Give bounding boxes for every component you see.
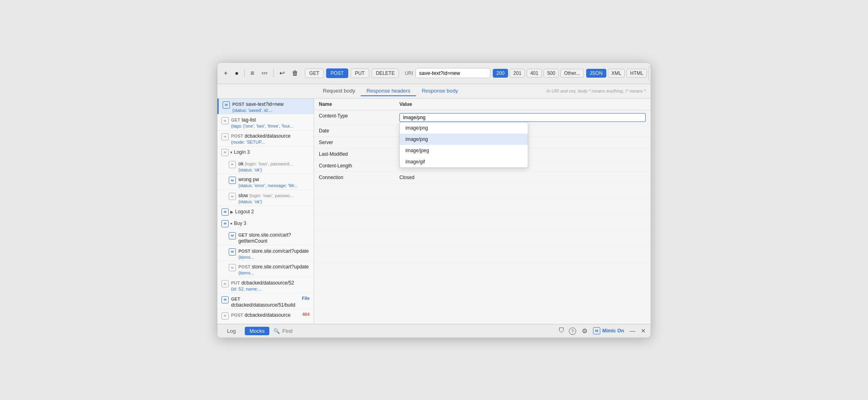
dropdown-item-selected[interactable]: image/png [400,134,528,145]
undo-button[interactable]: ↩ [278,68,286,78]
no-match-icon: N [221,133,229,140]
table-row-empty [314,247,651,264]
list-item[interactable]: M wrong pw {status: 'error', message: 'W… [217,174,314,190]
header-value-cell: image/png image/png image/jpeg image/gif [395,110,651,125]
list-item[interactable]: M GET dcbacked/datasource/51/build File [217,293,314,309]
uri-input[interactable] [415,68,490,78]
help-button[interactable]: ? [569,327,576,335]
col-name-header: Name [314,99,395,110]
hint-text: In URI and req. body * means anything, \… [547,89,646,93]
request-text: POST dcbacked/datasource {mode: 'SETUP..… [231,133,310,145]
format-json-button[interactable]: JSON [586,69,606,78]
mocks-tab[interactable]: Mocks [245,327,270,335]
table-row-empty [314,199,651,215]
group-header-login[interactable]: N ▾ Login 3 [217,146,314,158]
mock-icon: M [229,232,236,239]
right-panel: Name Value Content-Type [314,99,651,324]
table-row: Content-Type image/png image/png image/j… [314,110,651,125]
request-text: POST store.site.com/cart?update {items..… [238,248,310,260]
request-body-tab[interactable]: Request body [317,86,361,96]
table-row-empty [314,183,651,199]
list-item[interactable]: N POST store.site.com/cart?update {items… [217,261,314,277]
request-text: slow {login: 'ivan', passwo... {status: … [238,192,310,204]
list-item[interactable]: M POST save-text?id=new {status: 'saved'… [217,99,314,115]
mimic-badge: M Mimic On [593,327,624,334]
filter-icon-button[interactable]: ⛉ [558,327,565,334]
toolbar-right: GET POST PUT DELETE URI 200 201 401 500 … [305,66,651,80]
put-method-button[interactable]: PUT [351,68,369,78]
delete-button[interactable]: 🗑 [290,69,300,78]
settings-button[interactable]: ⚙ [582,327,587,335]
request-text: wrong pw {status: 'error', message: 'Wr.… [238,176,310,188]
dropdown-item[interactable]: image/gif [400,156,528,167]
list-button[interactable]: ≡ [249,69,256,78]
list-item[interactable]: M POST store.site.com/cart?update {items… [217,245,314,262]
minimize-button[interactable]: — [630,328,635,334]
group-header-logout[interactable]: M ▶ Logout 2 [217,206,314,218]
request-text: POST store.site.com/cart?update {items..… [238,264,310,276]
status-401-button[interactable]: 401 [527,69,542,78]
header-value-cell[interactable]: Closed [395,171,651,183]
status-404-badge: 404 [302,312,310,317]
response-headers-tab[interactable]: Response headers [361,86,416,96]
response-body-tab[interactable]: Response body [416,86,463,96]
list-item[interactable]: N GET tag-list {tags: ['one', 'two', 'th… [217,114,314,130]
toolbar-separator-2 [273,69,274,77]
list-item[interactable]: N POST dcbacked/datasource 404 [217,309,314,324]
list-item[interactable]: N slow {login: 'ivan', passwo... {status… [217,190,314,206]
header-name-cell: Connection [314,171,395,183]
format-buttons: JSON XML HTML Plain text File [586,66,651,80]
file-badge: File [302,296,310,301]
format-xml-button[interactable]: XML [608,69,625,78]
request-text: POST save-text?id=new {status: 'saved', … [232,101,310,113]
bottom-right: ? ⚙ M Mimic On — ✕ [569,327,646,335]
tabs-row: Request body Response headers Response b… [217,84,651,99]
group-name: Login 3 [234,149,250,155]
table-row-empty [314,231,651,247]
format-html-button[interactable]: HTML [626,69,647,78]
delete-method-button[interactable]: DELETE [372,68,399,78]
search-input[interactable] [282,328,554,334]
search-icon: 🔍 [273,328,280,334]
indent-button[interactable]: ⩶ [260,69,269,78]
format-plaintext-button[interactable]: Plain text [649,66,651,80]
list-item[interactable]: N POST dcbacked/datasource {mode: 'SETUP… [217,130,314,146]
no-match-icon: N [229,264,236,271]
main-window: + ● ≡ ⩶ ↩ 🗑 GET POST PUT DELETE URI 200 … [217,62,651,338]
search-wrapper: 🔍 [273,328,554,334]
header-name-cell: Content-Length [314,160,395,171]
post-method-button[interactable]: POST [326,68,348,78]
add-button[interactable]: + [222,69,229,78]
content-type-input[interactable] [399,113,646,122]
dropdown-item[interactable]: image/png [400,122,528,134]
list-item[interactable]: N PUT dcbacked/datasource/52 {id: 52, na… [217,277,314,293]
get-method-button[interactable]: GET [305,68,324,78]
headers-table: Name Value Content-Type [314,99,651,324]
request-text: GET dcbacked/datasource/51/build [231,296,300,308]
status-500-button[interactable]: 500 [544,69,559,78]
dropdown-item[interactable]: image/jpeg [400,145,528,156]
mock-icon: M [221,296,229,303]
request-list: M POST save-text?id=new {status: 'saved'… [217,99,314,324]
no-match-icon: N [221,312,229,320]
no-match-icon: N [229,161,236,168]
col-value-header: Value [395,99,651,110]
status-200-button[interactable]: 200 [493,69,508,78]
table-row: Connection Closed [314,171,651,183]
no-match-icon: N [221,117,229,124]
response-headers-table: Name Value Content-Type [314,99,651,264]
status-201-button[interactable]: 201 [510,69,525,78]
log-tab[interactable]: Log [222,327,241,335]
group-header-buy[interactable]: M ▾ Buy 3 [217,218,314,229]
list-item[interactable]: M GET store.site.com/cart?getItemCount [217,229,314,245]
header-name-cell: Content-Type [314,110,395,125]
close-button[interactable]: ✕ [641,328,646,334]
list-item[interactable]: N ok {login: 'ivan', password... {status… [217,158,314,174]
header-name-cell: Server [314,136,395,148]
header-name-cell: Last-Modified [314,148,395,160]
status-other-button[interactable]: Other... [560,69,583,78]
table-row-empty [314,215,651,231]
main-content: M POST save-text?id=new {status: 'saved'… [217,99,651,324]
record-button[interactable]: ● [233,69,240,78]
request-text: PUT dcbacked/datasource/52 {id: 52, name… [231,280,310,292]
